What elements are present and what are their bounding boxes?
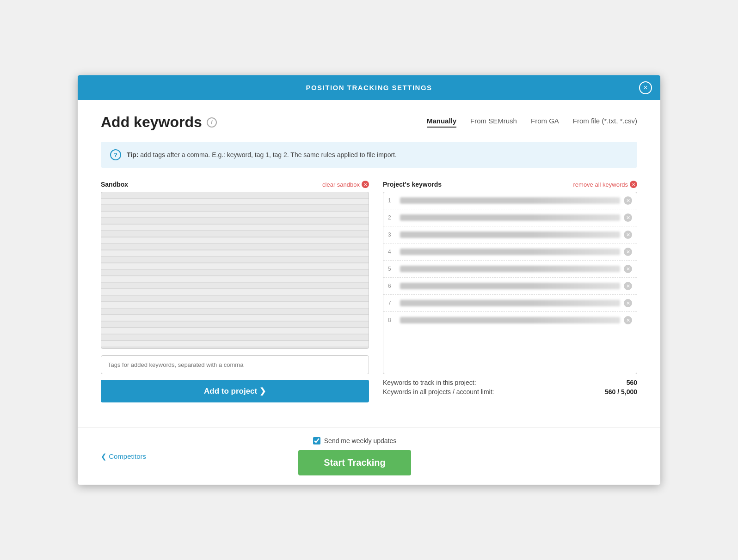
back-label: ❮ Competitors <box>101 452 146 461</box>
start-tracking-label: Start Tracking <box>324 457 385 468</box>
sandbox-textarea[interactable] <box>101 192 369 349</box>
count-project-line: Keywords to track in this project: 560 <box>383 379 637 386</box>
keyword-bar-6 <box>400 283 620 289</box>
table-row: 3 ✕ <box>383 226 637 243</box>
tip-bold: Tip: <box>127 151 138 158</box>
footer: ❮ Competitors Send me weekly updates Sta… <box>78 427 660 485</box>
counts-row: Keywords to track in this project: 560 K… <box>383 379 637 396</box>
weekly-updates-checkbox[interactable] <box>313 437 320 444</box>
sandbox-label: Sandbox <box>101 181 128 188</box>
modal-title: POSITION TRACKING SETTINGS <box>306 84 432 91</box>
keyword-num-5: 5 <box>388 266 396 272</box>
keyword-num-3: 3 <box>388 231 396 238</box>
keyword-num-1: 1 <box>388 197 396 204</box>
footer-center: Send me weekly updates Start Tracking <box>298 437 411 475</box>
table-row: 5 ✕ <box>383 261 637 278</box>
clear-sandbox-button[interactable]: clear sandbox ✕ <box>322 181 369 188</box>
table-row: 4 ✕ <box>383 243 637 261</box>
clear-sandbox-label: clear sandbox <box>322 181 360 188</box>
page-title-row: Add keywords i Manually From SEMrush Fro… <box>101 114 637 131</box>
tabs-container: Manually From SEMrush From GA From file … <box>427 117 637 128</box>
remove-keyword-5[interactable]: ✕ <box>624 265 632 273</box>
weekly-updates-label: Send me weekly updates <box>324 437 396 444</box>
keyword-num-8: 8 <box>388 317 396 323</box>
remove-keyword-8[interactable]: ✕ <box>624 316 632 324</box>
remove-keyword-4[interactable]: ✕ <box>624 248 632 256</box>
modal-container: POSITION TRACKING SETTINGS × Add keyword… <box>78 75 660 485</box>
remove-all-label: remove all keywords <box>573 181 628 188</box>
remove-all-keywords-button[interactable]: remove all keywords ✕ <box>573 181 638 188</box>
tab-manually[interactable]: Manually <box>427 117 456 128</box>
tip-icon: ? <box>110 149 121 160</box>
table-row: 6 ✕ <box>383 278 637 295</box>
tab-from-file[interactable]: From file (*.txt, *.csv) <box>573 117 637 128</box>
remove-keyword-7[interactable]: ✕ <box>624 299 632 307</box>
sandbox-column: Sandbox clear sandbox ✕ Add to project ❯ <box>101 181 369 402</box>
keyword-bar-3 <box>400 231 620 238</box>
clear-sandbox-icon: ✕ <box>362 181 369 188</box>
count-all-label: Keywords in all projects / account limit… <box>383 388 494 396</box>
count-all-line: Keywords in all projects / account limit… <box>383 388 637 396</box>
tip-box: ? Tip: add tags after a comma. E.g.: key… <box>101 142 637 168</box>
keyword-bar-4 <box>400 249 620 255</box>
back-button[interactable]: ❮ Competitors <box>101 452 146 461</box>
keyword-bar-1 <box>400 197 620 204</box>
modal-body: Add keywords i Manually From SEMrush Fro… <box>78 100 660 427</box>
info-icon[interactable]: i <box>207 117 217 128</box>
start-tracking-button[interactable]: Start Tracking <box>298 450 411 475</box>
keyword-num-2: 2 <box>388 214 396 221</box>
count-project-value: 560 <box>627 379 637 386</box>
keyword-bar-7 <box>400 300 620 306</box>
remove-keyword-3[interactable]: ✕ <box>624 231 632 239</box>
remove-all-icon: ✕ <box>630 181 637 188</box>
weekly-updates-row: Send me weekly updates <box>313 437 396 444</box>
keyword-bar-5 <box>400 266 620 272</box>
keyword-num-7: 7 <box>388 300 396 306</box>
remove-keyword-1[interactable]: ✕ <box>624 196 632 205</box>
keyword-num-6: 6 <box>388 283 396 289</box>
keywords-list: 1 ✕ 2 ✕ 3 ✕ <box>383 192 637 374</box>
remove-keyword-6[interactable]: ✕ <box>624 282 632 290</box>
keywords-header: Project's keywords remove all keywords ✕ <box>383 181 637 188</box>
tags-input[interactable] <box>101 355 369 374</box>
tab-from-semrush[interactable]: From SEMrush <box>470 117 517 128</box>
keyword-bar-8 <box>400 317 620 323</box>
modal-header: POSITION TRACKING SETTINGS × <box>78 75 660 100</box>
tip-text: Tip: add tags after a comma. E.g.: keywo… <box>127 151 397 158</box>
keywords-label: Project's keywords <box>383 181 442 188</box>
table-row: 2 ✕ <box>383 209 637 226</box>
close-button[interactable]: × <box>639 81 652 94</box>
columns: Sandbox clear sandbox ✕ Add to project ❯… <box>101 181 637 402</box>
keyword-bar-2 <box>400 214 620 221</box>
count-project-label: Keywords to track in this project: <box>383 379 476 386</box>
page-title: Add keywords i <box>101 114 217 131</box>
tip-body: add tags after a comma. E.g.: keyword, t… <box>138 151 396 158</box>
keyword-num-4: 4 <box>388 249 396 255</box>
table-row: 8 ✕ <box>383 312 637 329</box>
table-row: 1 ✕ <box>383 192 637 209</box>
table-row: 7 ✕ <box>383 295 637 312</box>
sandbox-header: Sandbox clear sandbox ✕ <box>101 181 369 188</box>
add-to-project-button[interactable]: Add to project ❯ <box>101 380 369 402</box>
add-keywords-heading: Add keywords <box>101 114 202 131</box>
tab-from-ga[interactable]: From GA <box>531 117 559 128</box>
keywords-column: Project's keywords remove all keywords ✕… <box>383 181 637 402</box>
count-all-value: 560 / 5,000 <box>605 388 637 396</box>
remove-keyword-2[interactable]: ✕ <box>624 213 632 222</box>
add-btn-label: Add to project ❯ <box>204 386 266 396</box>
